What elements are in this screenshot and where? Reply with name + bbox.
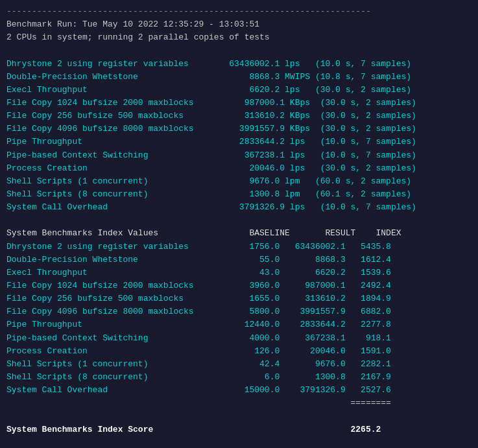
terminal-line: Execl Throughput 6620.2 lps (30.0 s, 2 s… — [6, 84, 472, 97]
terminal-line: 2 CPUs in system; running 2 parallel cop… — [6, 31, 472, 44]
terminal-line: Execl Throughput 43.0 6620.2 1539.6 — [6, 266, 472, 279]
terminal-line: Shell Scripts (1 concurrent) 42.4 9676.0… — [6, 358, 472, 371]
terminal-line: File Copy 256 bufsize 500 maxblocks 3136… — [6, 110, 472, 123]
terminal-line: Double-Precision Whetstone 55.0 8868.3 1… — [6, 253, 472, 266]
terminal-line: Shell Scripts (1 concurrent) 9676.0 lpm … — [6, 175, 472, 188]
terminal-line: Shell Scripts (8 concurrent) 6.0 1300.8 … — [6, 371, 472, 384]
terminal-line: Pipe Throughput 2833644.2 lps (10.0 s, 7… — [6, 136, 472, 148]
terminal-line: Pipe Throughput 12440.0 2833644.2 2277.8 — [6, 318, 472, 331]
empty-line — [6, 214, 472, 227]
terminal-line: File Copy 256 bufsize 500 maxblocks 1655… — [6, 292, 472, 305]
terminal-line: Process Creation 20046.0 lps (30.0 s, 2 … — [6, 162, 472, 175]
terminal-line: System Call Overhead 3791326.9 lps (10.0… — [6, 201, 472, 214]
terminal-output: ----------------------------------------… — [6, 5, 472, 448]
terminal-line: System Benchmarks Index Values BASELINE … — [6, 227, 472, 240]
terminal-line: Pipe-based Context Switching 4000.0 3672… — [6, 332, 472, 345]
empty-line — [6, 436, 472, 448]
terminal-line: ======== — [6, 397, 472, 410]
terminal-line: Pipe-based Context Switching 367238.1 lp… — [6, 149, 472, 162]
terminal-line: ----------------------------------------… — [6, 5, 472, 18]
terminal-line: File Copy 1024 bufsize 2000 maxblocks 39… — [6, 279, 472, 292]
empty-line — [6, 410, 472, 423]
terminal-line: System Benchmarks Index Score 2265.2 — [6, 423, 472, 436]
terminal-line: System Call Overhead 15000.0 3791326.9 2… — [6, 384, 472, 397]
terminal-line: Dhrystone 2 using register variables 175… — [6, 241, 472, 253]
terminal-line: Dhrystone 2 using register variables 634… — [6, 58, 472, 71]
empty-line — [6, 44, 472, 57]
terminal-line: Benchmark Run: Tue May 10 2022 12:35:29 … — [6, 18, 472, 31]
terminal-line: File Copy 1024 bufsize 2000 maxblocks 98… — [6, 97, 472, 110]
terminal-line: Shell Scripts (8 concurrent) 1300.8 lpm … — [6, 188, 472, 201]
terminal-line: Process Creation 126.0 20046.0 1591.0 — [6, 345, 472, 358]
terminal-line: Double-Precision Whetstone 8868.3 MWIPS … — [6, 71, 472, 84]
terminal-line: File Copy 4096 bufsize 8000 maxblocks 39… — [6, 123, 472, 136]
terminal-line: File Copy 4096 bufsize 8000 maxblocks 58… — [6, 305, 472, 318]
